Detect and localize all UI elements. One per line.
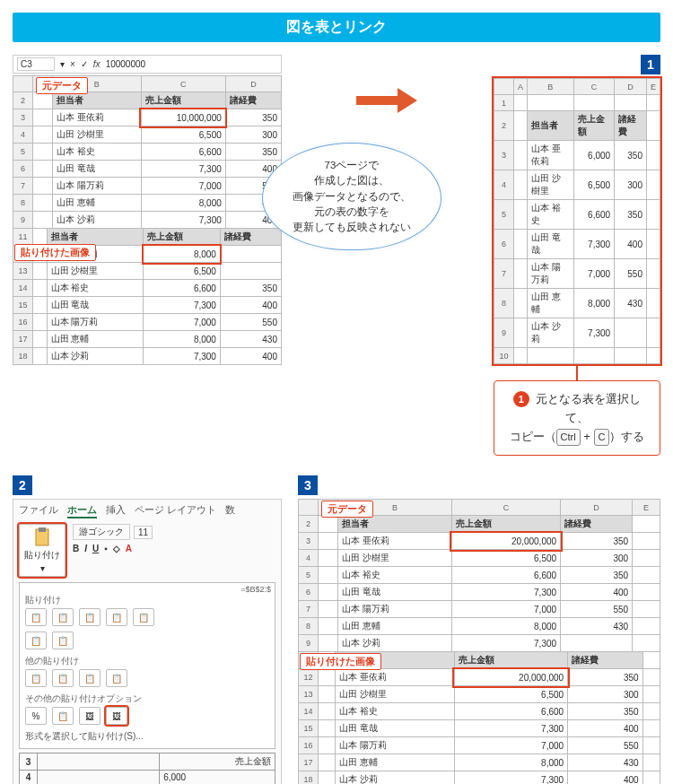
table-row[interactable]: 8山田 恵輔8,000430 (494, 289, 660, 318)
paste-icon[interactable]: 📋 (79, 669, 101, 687)
callout-1: 1 元となる表を選択して、 コピー（Ctrl + C）する (494, 380, 660, 456)
bold-button[interactable]: B (73, 544, 79, 553)
panel-step3: 3 元データ A B C D E 2 担当者 売上金額 諸経費 3山本 亜依莉2… (298, 475, 660, 784)
label-source-data: 元データ (321, 501, 373, 518)
tab-file[interactable]: ファイル (19, 503, 58, 518)
sheet-step3-pasted[interactable]: 11 担当者 売上金額 諸経費 12山本 亜依莉20,000,000350 13… (298, 651, 660, 784)
section-paste: 貼り付け (25, 594, 269, 606)
chevron-down-icon[interactable]: ▾ (40, 563, 45, 573)
paste-icon[interactable]: 📋 (106, 669, 127, 687)
formula-value: 10000000 (106, 59, 146, 69)
paste-special-link[interactable]: 形式を選択して貼り付け(S)... (25, 730, 269, 743)
excel-ribbon: ファイル ホーム 挿入 ページ レイアウト 数 貼り付け ▾ 游ゴシック 11 (13, 499, 282, 784)
paste-icon[interactable]: 📋 (25, 632, 47, 649)
table-row[interactable]: 5山本 裕史6,600350 (13, 144, 282, 161)
label-source-data: 元データ (36, 77, 88, 94)
paste-icon[interactable]: 📋 (52, 632, 74, 649)
table-row[interactable]: 6山田 竜哉7,300400 (13, 161, 282, 178)
paste-button[interactable]: 貼り付け ▾ (19, 524, 66, 577)
tab-pagelayout[interactable]: ページ レイアウト (135, 503, 216, 518)
paste-icon[interactable]: 📋 (52, 707, 74, 725)
paste-icon[interactable]: 📋 (25, 669, 47, 687)
table-row[interactable]: 3山本 亜依莉6,000350 (494, 141, 660, 170)
table-row[interactable]: 3山本 亜依莉20,000,000350 (299, 533, 660, 550)
tab-home[interactable]: ホーム (67, 503, 97, 518)
paste-icon[interactable]: % (25, 707, 47, 725)
formula-ref: =$B$2:$ (240, 585, 271, 594)
table-row[interactable]: 7山本 陽万莉7,000550 (299, 601, 660, 618)
table-row[interactable]: 7山本 陽万莉7,000550 (494, 259, 660, 289)
table-row[interactable]: 17山田 恵輔8,000430 (13, 331, 282, 348)
fx-icon: fx (93, 59, 101, 69)
table-row[interactable]: 8山田 恵輔8,000430 (299, 618, 660, 635)
paste-icon[interactable]: 📋 (25, 608, 47, 626)
formula-bar: C3 ▾×✓ fx 10000000 (13, 55, 282, 74)
table-row[interactable]: 13山田 沙樹里6,500300 (299, 686, 660, 703)
table-row[interactable]: 16山本 陽万莉7,000550 (13, 314, 282, 331)
table-row[interactable]: 9山本 沙莉7,300 (494, 318, 660, 348)
step-badge-2: 2 (13, 475, 32, 495)
table-row[interactable]: 6山田 竜哉7,300400 (299, 584, 660, 601)
table-row[interactable]: 15山田 竜哉7,300400 (299, 720, 660, 737)
table-row[interactable]: 5山本 裕史6,600350 (299, 567, 660, 584)
paste-icon[interactable]: 📋 (106, 608, 127, 626)
label-pasted-image: 貼り付けた画像 (14, 244, 96, 261)
col-header-row: A B C D E (494, 79, 660, 95)
table-row[interactable]: 3山本 亜依莉10,000,000350 (13, 109, 282, 126)
section-paste-options: その他の貼り付けオプション (25, 693, 269, 705)
sheet-step3-source[interactable]: A B C D E 2 担当者 売上金額 諸経費 3山本 亜依莉20,000,0… (298, 499, 660, 652)
svg-rect-1 (39, 527, 46, 532)
table-row[interactable]: 5山本 裕史6,600350 (494, 200, 660, 230)
background-sheet: 3売上金額 46,000 5山本 裕史6,500 6山田 竜哉6,600 77,… (19, 753, 275, 784)
section-other-paste: 他の貼り付け (25, 655, 269, 667)
paste-icon[interactable]: 📋 (52, 608, 74, 626)
italic-button[interactable]: I (84, 544, 87, 553)
thought-bubble: 73ページで 作成した図は、 画像データとなるので、 元の表の数字を 更新しても… (262, 143, 441, 250)
table-row[interactable]: 17山田 恵輔8,000430 (299, 754, 660, 771)
table-row[interactable]: 4山田 沙樹里6,500300 (13, 126, 282, 144)
table-row[interactable]: 6山田 竜哉7,300400 (494, 230, 660, 259)
step-badge-1: 1 (641, 55, 660, 74)
panel-step1: 1 A B C D E 1 2 担当者 売上金額 諸経費 3山本 亜依莉6,00… (494, 55, 660, 456)
panel-left-top: C3 ▾×✓ fx 10000000 元データ A B C D 2 担当者 売上… (13, 55, 282, 456)
paste-picture-icon[interactable]: 🖼 (79, 707, 101, 725)
panel-step2: 2 ファイル ホーム 挿入 ページ レイアウト 数 貼り付け ▾ 游ゴシック 1… (13, 475, 282, 784)
font-select[interactable]: 游ゴシック (73, 524, 130, 540)
arrow-right-icon (356, 91, 419, 110)
callout-badge-1: 1 (513, 391, 529, 407)
table-row[interactable]: 14山本 裕史6,600350 (13, 280, 282, 297)
table-row[interactable]: 14山本 裕史6,600350 (299, 703, 660, 720)
cell-reference[interactable]: C3 (17, 57, 55, 71)
sheet-step1[interactable]: A B C D E 1 2 担当者 売上金額 諸経費 3山本 亜依莉6,0003… (494, 78, 660, 364)
table-row[interactable]: 16山本 陽万莉7,000550 (299, 737, 660, 754)
table-row[interactable]: 9山本 沙莉7,300400 (13, 212, 282, 229)
arrow-bubble-column: 73ページで 作成した図は、 画像データとなるので、 元の表の数字を 更新しても… (298, 55, 477, 456)
clipboard-icon (32, 527, 52, 547)
table-row[interactable]: 15山田 竜哉7,300400 (13, 297, 282, 314)
tab-formulas[interactable]: 数 (225, 503, 235, 518)
paste-icon[interactable]: 📋 (133, 608, 154, 626)
step-badge-3: 3 (298, 475, 318, 495)
label-pasted-image: 貼り付けた画像 (300, 653, 381, 670)
table-row[interactable]: 4山田 沙樹里6,500300 (494, 170, 660, 200)
paste-icon[interactable]: 📋 (52, 669, 74, 687)
tab-insert[interactable]: 挿入 (106, 503, 126, 518)
underline-button[interactable]: U (92, 544, 99, 553)
table-row[interactable]: 8山田 恵輔8,000430 (13, 195, 282, 212)
table-row[interactable]: 7山本 陽万莉7,000550 (13, 178, 282, 195)
table-row[interactable]: 4山田 沙樹里6,500300 (299, 550, 660, 567)
paste-linked-picture-icon[interactable]: 🖼 (106, 707, 127, 725)
table-row[interactable]: 9山本 沙莉7,300 (299, 635, 660, 652)
table-row[interactable]: 18山本 沙莉7,300400 (13, 348, 282, 365)
font-size[interactable]: 11 (134, 526, 153, 539)
table-row[interactable]: 12山本 亜依莉20,000,000350 (299, 669, 660, 686)
paste-icon[interactable]: 📋 (79, 608, 101, 626)
table-row[interactable]: 13山田 沙樹里6,500 (13, 263, 282, 280)
table-row[interactable]: 18山本 沙莉7,300400 (299, 771, 660, 784)
sheet-original[interactable]: A B C D 2 担当者 売上金額 諸経費 3山本 亜依莉10,000,000… (13, 75, 282, 229)
paste-options-grid: 📋 📋 📋 📋 📋 📋 📋 (25, 608, 269, 649)
page-title: 図を表とリンク (13, 13, 660, 42)
